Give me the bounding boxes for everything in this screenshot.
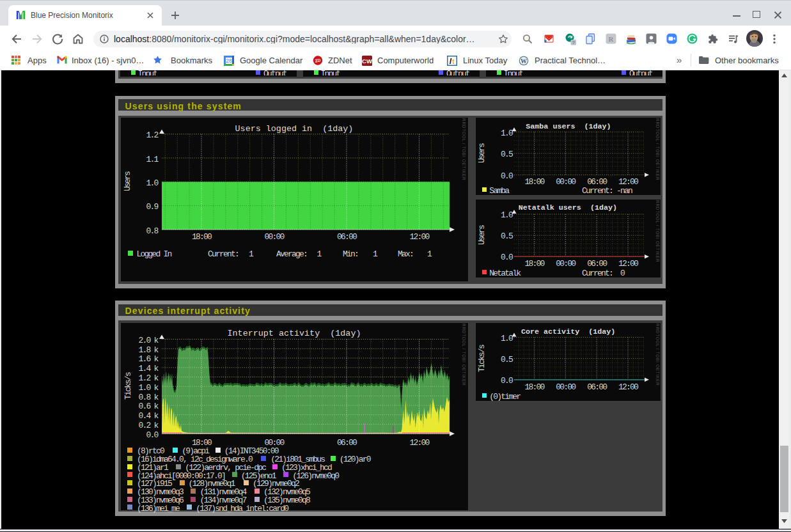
svg-text:28: 28	[226, 58, 232, 64]
svg-text:W: W	[521, 57, 527, 64]
svg-text:R: R	[609, 35, 615, 43]
svg-text:?: ?	[572, 40, 575, 45]
svg-text:CW: CW	[362, 58, 372, 65]
